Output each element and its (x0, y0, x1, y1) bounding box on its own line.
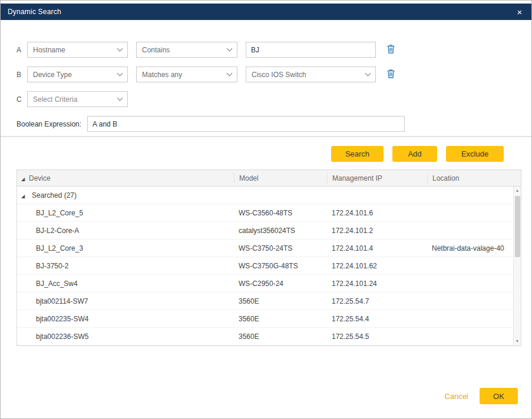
cell-device: BJ_L2_Core_5 (29, 209, 234, 217)
chevron-down-icon (117, 95, 123, 101)
add-button[interactable]: Add (392, 146, 437, 162)
table-body: ◢ Searched (27) BJ_L2_Core_5 WS-C3560-48… (17, 187, 521, 345)
cell-model: 3560E (234, 332, 327, 341)
cell-model: 3560E (234, 297, 327, 305)
criteria-label-c: C (16, 95, 27, 104)
cell-model: WS-C3750G-48TS (234, 262, 327, 270)
operator-select-b-value: Matches any (142, 71, 182, 79)
cell-device: bjta002114-SW7 (29, 297, 234, 305)
group-label: Searched (27) (29, 191, 77, 199)
trash-icon (386, 69, 395, 78)
operator-select-b[interactable]: Matches any (136, 66, 237, 82)
group-row[interactable]: ◢ Searched (27) (17, 187, 521, 204)
exclude-button[interactable]: Exclude (446, 146, 504, 162)
cell-device: BJ_L2_Core_3 (29, 244, 234, 252)
cell-management-ip: 172.25.54.4 (327, 315, 427, 323)
dialog-title: Dynamic Search (8, 8, 61, 16)
results-table: ◢ Device Model Management IP Location ◢ … (16, 169, 521, 346)
cell-management-ip: 172.24.101.24 (327, 280, 427, 288)
col-header-device[interactable]: Device (29, 174, 234, 182)
table-row[interactable]: bjta002235-SW4 3560E 172.25.54.4 (17, 310, 521, 328)
criteria-row-a: A Hostname Contains (16, 42, 520, 58)
table-row[interactable]: BJ_Acc_Sw4 WS-C2950-24 172.24.101.24 (17, 275, 521, 292)
field-select-b-value: Device Type (33, 71, 72, 79)
cell-management-ip: 172.25.54.5 (327, 332, 427, 341)
table-row[interactable]: BJ-3750-2 WS-C3750G-48TS 172.24.101.62 (17, 257, 521, 275)
section-divider (1, 136, 531, 137)
scroll-up-icon[interactable]: ▲ (514, 187, 521, 195)
table-row[interactable]: BJ_L2_Core_3 WS-C3750-24TS 172.24.101.4 … (17, 240, 521, 257)
value-select-b[interactable]: Cisco IOS Switch (246, 66, 376, 82)
delete-criteria-b-button[interactable] (385, 68, 396, 81)
table-header: ◢ Device Model Management IP Location (17, 170, 521, 187)
value-input-a[interactable] (246, 42, 376, 58)
value-select-b-value: Cisco IOS Switch (252, 71, 306, 79)
ok-button[interactable]: OK (480, 388, 518, 404)
boolean-expression-input[interactable] (87, 116, 405, 132)
cell-management-ip: 172.24.101.62 (327, 262, 427, 270)
dynamic-search-dialog: Dynamic Search × A Hostname Contains (0, 0, 532, 419)
field-select-a-value: Hostname (33, 46, 65, 54)
cancel-button[interactable]: Cancel (445, 392, 468, 401)
delete-criteria-a-button[interactable] (385, 43, 396, 56)
cell-device: bjta002236-SW5 (29, 332, 234, 341)
cell-device: BJ-3750-2 (29, 262, 234, 270)
criteria-label-a: A (16, 46, 27, 54)
scrollbar-thumb[interactable] (515, 196, 520, 257)
scroll-down-icon[interactable]: ▼ (514, 337, 521, 345)
cell-management-ip: 172.24.101.6 (327, 209, 427, 217)
group-expand-cell: ◢ (17, 191, 29, 199)
trash-icon (386, 44, 395, 54)
close-icon[interactable]: × (515, 8, 524, 16)
chevron-down-icon (227, 71, 233, 77)
action-buttons: Search Add Exclude (1, 146, 531, 162)
collapse-all-icon[interactable]: ◢ (21, 177, 25, 182)
chevron-down-icon (227, 46, 233, 52)
chevron-down-icon (365, 71, 371, 77)
cell-model: 3560E (234, 315, 327, 323)
cell-model: WS-C3750-24TS (234, 244, 327, 252)
header-expand-cell: ◢ (17, 174, 29, 182)
cell-device: BJ-L2-Core-A (29, 227, 234, 235)
cell-management-ip: 172.25.54.7 (327, 297, 427, 305)
chevron-down-icon (117, 71, 123, 77)
table-row[interactable]: bjta002236-SW5 3560E 172.25.54.5 (17, 328, 521, 345)
criteria-row-b: B Device Type Matches any Cisco IOS Swit… (16, 66, 520, 82)
cell-model: WS-C3560-48TS (234, 209, 327, 217)
table-scrollbar[interactable]: ▲ ▼ (513, 187, 521, 345)
col-header-model[interactable]: Model (234, 173, 327, 184)
field-select-b[interactable]: Device Type (27, 66, 128, 82)
boolean-expression-label: Boolean Expression: (16, 120, 81, 128)
field-select-a[interactable]: Hostname (27, 42, 128, 58)
chevron-down-icon (117, 46, 123, 52)
dialog-footer: Cancel OK (445, 388, 518, 404)
cell-device: bjta002235-SW4 (29, 315, 234, 323)
table-row[interactable]: bjta002114-SW7 3560E 172.25.54.7 (17, 292, 521, 310)
dialog-titlebar: Dynamic Search × (1, 4, 531, 20)
operator-select-a[interactable]: Contains (136, 42, 237, 58)
boolean-expression-row: Boolean Expression: (16, 116, 520, 132)
cell-model: WS-C2950-24 (234, 280, 327, 288)
table-row[interactable]: BJ_L2_Core_5 WS-C3560-48TS 172.24.101.6 (17, 204, 521, 222)
cell-management-ip: 172.24.101.2 (327, 227, 427, 235)
group-collapse-icon[interactable]: ◢ (21, 194, 25, 199)
search-button[interactable]: Search (331, 146, 384, 162)
criteria-label-b: B (16, 71, 27, 79)
field-select-c[interactable]: Select Criteria (27, 91, 128, 107)
cell-model: catalyst356024TS (234, 227, 327, 235)
col-header-location[interactable]: Location (427, 173, 521, 184)
table-row[interactable]: BJ-L2-Core-A catalyst356024TS 172.24.101… (17, 222, 521, 240)
cell-management-ip: 172.24.101.4 (327, 244, 427, 252)
operator-select-a-value: Contains (142, 46, 170, 54)
dialog-content: A Hostname Contains B (1, 20, 531, 132)
criteria-row-c: C Select Criteria (16, 91, 520, 107)
cell-location: Netbrai-data-valage-40 (427, 244, 521, 252)
cell-device: BJ_Acc_Sw4 (29, 280, 234, 288)
field-select-c-value: Select Criteria (33, 95, 77, 104)
col-header-management-ip[interactable]: Management IP (327, 173, 427, 184)
